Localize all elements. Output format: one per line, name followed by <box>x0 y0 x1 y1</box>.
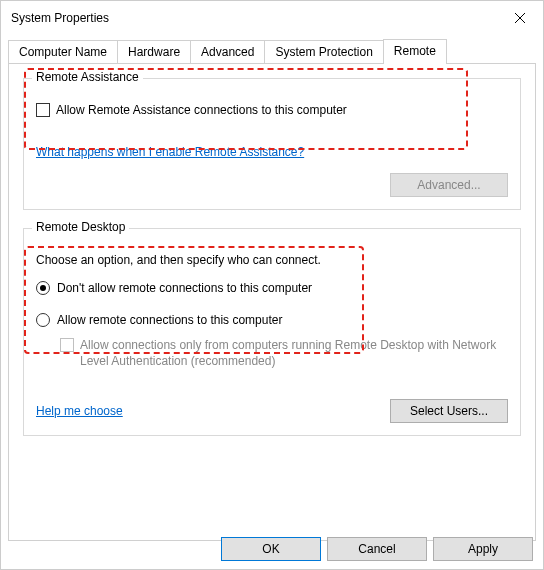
tab-system-protection[interactable]: System Protection <box>264 40 383 65</box>
select-users-button[interactable]: Select Users... <box>390 399 508 423</box>
remote-desktop-group: Remote Desktop Choose an option, and the… <box>23 228 521 436</box>
title-bar: System Properties <box>1 1 543 35</box>
tab-computer-name[interactable]: Computer Name <box>8 40 118 65</box>
remote-assistance-title: Remote Assistance <box>32 70 143 84</box>
window-title: System Properties <box>11 11 497 25</box>
tab-hardware[interactable]: Hardware <box>117 40 191 65</box>
cancel-button[interactable]: Cancel <box>327 537 427 561</box>
tab-strip: Computer Name Hardware Advanced System P… <box>1 35 543 63</box>
remote-assistance-help-link[interactable]: What happens when I enable Remote Assist… <box>36 145 304 159</box>
help-me-choose-link[interactable]: Help me choose <box>36 404 123 418</box>
close-icon <box>514 12 526 24</box>
system-properties-window: System Properties Computer Name Hardware… <box>0 0 544 570</box>
apply-button[interactable]: Apply <box>433 537 533 561</box>
close-button[interactable] <box>497 2 543 34</box>
advanced-button: Advanced... <box>390 173 508 197</box>
remote-desktop-title: Remote Desktop <box>32 220 129 234</box>
allow-connections-row[interactable]: Allow remote connections to this compute… <box>36 313 508 327</box>
disallow-connections-radio[interactable] <box>36 281 50 295</box>
dialog-button-bar: OK Cancel Apply <box>221 537 533 561</box>
disallow-connections-row[interactable]: Don't allow remote connections to this c… <box>36 281 508 295</box>
tab-advanced[interactable]: Advanced <box>190 40 265 65</box>
allow-remote-assistance-checkbox[interactable] <box>36 103 50 117</box>
allow-remote-assistance-row[interactable]: Allow Remote Assistance connections to t… <box>36 103 508 117</box>
disallow-connections-label: Don't allow remote connections to this c… <box>57 281 312 295</box>
remote-assistance-group: Remote Assistance Allow Remote Assistanc… <box>23 78 521 210</box>
allow-connections-label: Allow remote connections to this compute… <box>57 313 282 327</box>
tab-remote[interactable]: Remote <box>383 39 447 64</box>
nla-label: Allow connections only from computers ru… <box>80 337 508 369</box>
ok-button[interactable]: OK <box>221 537 321 561</box>
tab-panel-remote: Remote Assistance Allow Remote Assistanc… <box>8 63 536 541</box>
remote-desktop-description: Choose an option, and then specify who c… <box>36 253 508 267</box>
nla-checkbox <box>60 338 74 352</box>
allow-connections-radio[interactable] <box>36 313 50 327</box>
nla-row: Allow connections only from computers ru… <box>60 337 508 369</box>
allow-remote-assistance-label: Allow Remote Assistance connections to t… <box>56 103 347 117</box>
